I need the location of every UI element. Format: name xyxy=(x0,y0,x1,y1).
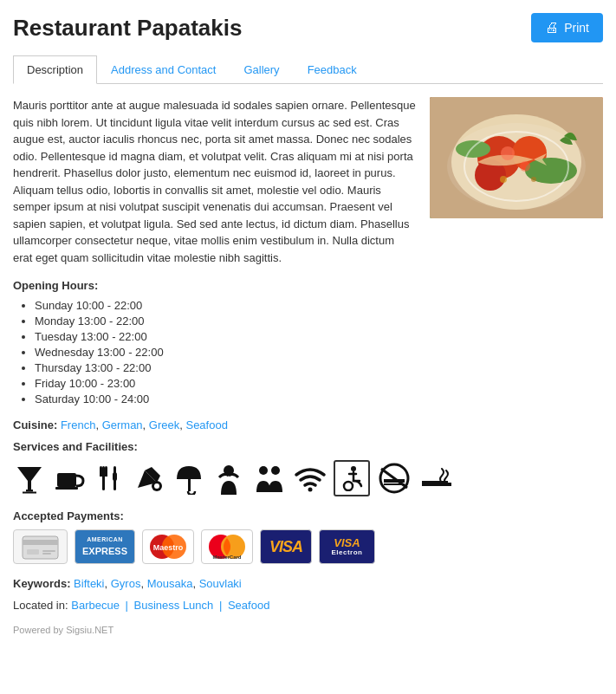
located-links: Barbecue | Business Lunch | Seafood xyxy=(71,599,269,612)
svg-rect-22 xyxy=(113,472,117,481)
print-button[interactable]: 🖨 Print xyxy=(531,13,603,42)
located-business-lunch[interactable]: Business Lunch xyxy=(134,599,214,612)
services-label: Services and Facilities: xyxy=(13,440,603,453)
svg-point-30 xyxy=(351,466,356,471)
opening-hours-section: Opening Hours: Sunday 10:00 - 22:00 Mond… xyxy=(13,279,603,405)
keyword-bifteki[interactable]: Bifteki xyxy=(74,577,104,590)
svg-point-2 xyxy=(477,136,521,179)
smoking-icon xyxy=(418,462,455,495)
svg-point-24 xyxy=(154,483,159,489)
located-sep-2: | xyxy=(219,599,222,612)
wifi-icon xyxy=(294,462,327,495)
opening-hours-label: Opening Hours: xyxy=(13,279,603,292)
keywords-section: Keywords: Bifteki, Gyros, Mousaka, Souvl… xyxy=(13,577,603,590)
svg-rect-16 xyxy=(55,487,78,490)
svg-point-29 xyxy=(308,488,313,492)
svg-rect-25 xyxy=(188,479,191,491)
cuisine-seafood[interactable]: Seafood xyxy=(185,418,227,431)
payment-maestro: Maestro xyxy=(142,529,194,564)
powered-by: Powered by Sigsiu.NET xyxy=(13,625,603,635)
svg-text:Maestro: Maestro xyxy=(153,543,184,552)
located-prefix: Located in: xyxy=(13,599,68,612)
hours-tuesday: Tuesday 13:00 - 22:00 xyxy=(35,330,603,343)
keyword-gyros[interactable]: Gyros xyxy=(111,577,141,590)
svg-point-11 xyxy=(531,177,536,182)
printer-icon: 🖨 xyxy=(545,20,559,36)
svg-point-31 xyxy=(344,482,353,490)
cuisine-greek[interactable]: Greek xyxy=(149,418,179,431)
keywords-label: Keywords: xyxy=(13,577,70,590)
located-sep-1: | xyxy=(126,599,128,612)
svg-rect-15 xyxy=(57,473,76,487)
services-section: Services and Facilities: xyxy=(13,440,603,496)
tab-gallery[interactable]: Gallery xyxy=(230,55,293,83)
svg-rect-43 xyxy=(42,550,55,552)
payment-cash xyxy=(13,529,68,564)
cuisine-label: Cuisine: xyxy=(13,418,57,431)
hours-list: Sunday 10:00 - 22:00 Monday 13:00 - 22:0… xyxy=(13,299,603,405)
keywords-links: Bifteki, Gyros, Mousaka, Souvlaki xyxy=(74,577,242,590)
group-icon xyxy=(252,462,287,495)
cuisine-section: Cuisine: French, German, Greek, Seafood xyxy=(13,418,603,431)
description-text: Mauris porttitor ante at augue malesuada… xyxy=(13,97,417,266)
svg-text:MasterCard: MasterCard xyxy=(212,555,241,560)
svg-rect-13 xyxy=(26,490,33,492)
payments-section: Accepted Payments: AMERICAN EXPRESS Maes… xyxy=(13,509,603,564)
svg-rect-17 xyxy=(102,466,105,490)
hours-thursday: Thursday 13:00 - 22:00 xyxy=(35,361,603,374)
page-title: Restaurant Papatakis xyxy=(13,15,242,42)
hours-sunday: Sunday 10:00 - 22:00 xyxy=(35,299,603,312)
hours-monday: Monday 13:00 - 22:00 xyxy=(35,315,603,328)
utensils-icon xyxy=(93,462,126,495)
located-seafood[interactable]: Seafood xyxy=(228,599,269,612)
svg-point-8 xyxy=(501,146,515,160)
hours-saturday: Saturday 10:00 - 24:00 xyxy=(35,392,603,405)
svg-rect-42 xyxy=(27,549,39,555)
hours-wednesday: Wednesday 13:00 - 22:00 xyxy=(35,346,603,359)
umbrella-icon xyxy=(172,462,205,495)
located-section: Located in: Barbecue | Business Lunch | … xyxy=(13,599,603,612)
cocktail-icon xyxy=(13,462,46,495)
svg-point-3 xyxy=(512,136,547,171)
wheelchair-icon xyxy=(334,460,370,496)
baby-icon xyxy=(212,462,245,495)
located-barbecue[interactable]: Barbecue xyxy=(71,599,120,612)
payment-amex: AMERICAN EXPRESS xyxy=(75,529,135,564)
main-content: Mauris porttitor ante at augue malesuada… xyxy=(13,97,603,266)
svg-point-10 xyxy=(500,176,507,183)
payments-label: Accepted Payments: xyxy=(13,509,603,522)
pen-icon xyxy=(133,462,165,495)
svg-rect-41 xyxy=(23,540,58,545)
svg-rect-0 xyxy=(430,97,603,218)
keyword-souvlaki[interactable]: Souvlaki xyxy=(199,577,242,590)
no-smoking-icon xyxy=(377,462,412,495)
payment-cards: AMERICAN EXPRESS Maestro MasterCard VISA xyxy=(13,529,603,564)
svg-point-7 xyxy=(464,132,568,201)
svg-rect-39 xyxy=(448,483,451,486)
keyword-mousaka[interactable]: Mousaka xyxy=(147,577,193,590)
svg-point-9 xyxy=(520,161,530,172)
hours-friday: Friday 10:00 - 23:00 xyxy=(35,377,603,390)
svg-point-5 xyxy=(525,158,577,184)
svg-rect-40 xyxy=(23,536,58,559)
cuisine-french[interactable]: French xyxy=(61,418,95,431)
coffee-icon xyxy=(53,462,86,495)
svg-rect-21 xyxy=(100,474,107,477)
tab-feedback[interactable]: Feedback xyxy=(294,55,371,83)
cuisine-links: French, German, Greek, Seafood xyxy=(61,418,228,431)
svg-rect-14 xyxy=(23,492,36,494)
payment-visa-electron: VISA Electron xyxy=(319,529,375,564)
svg-rect-37 xyxy=(422,484,444,486)
tab-description[interactable]: Description xyxy=(13,55,97,84)
svg-point-4 xyxy=(475,159,506,191)
svg-point-1 xyxy=(451,114,581,210)
svg-point-27 xyxy=(259,466,268,475)
svg-rect-44 xyxy=(42,553,51,555)
svg-point-28 xyxy=(271,466,280,475)
svg-point-6 xyxy=(456,140,490,158)
cuisine-german[interactable]: German xyxy=(102,418,143,431)
payment-visa: VISA xyxy=(260,529,312,564)
print-label: Print xyxy=(564,21,589,35)
svg-marker-12 xyxy=(17,467,42,490)
tab-address-contact[interactable]: Address and Contact xyxy=(97,55,230,83)
